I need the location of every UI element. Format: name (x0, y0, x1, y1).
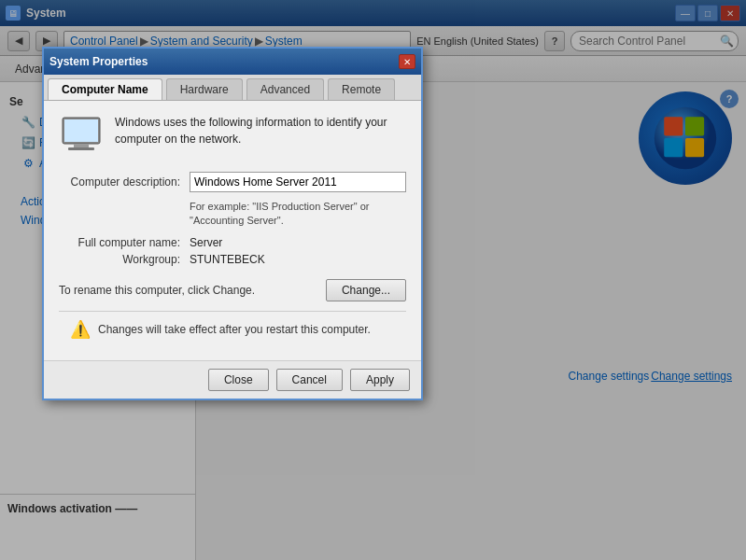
full-computer-name-row: Full computer name: Server (59, 236, 406, 249)
tab-computer-name[interactable]: Computer Name (48, 78, 162, 100)
workgroup-value: STUNTEBECK (190, 253, 265, 266)
full-computer-name-value: Server (190, 236, 222, 249)
cancel-button[interactable]: Cancel (276, 369, 343, 391)
dialog-close-button[interactable]: ✕ (399, 54, 415, 69)
dialog-intro-text: Windows uses the following information t… (115, 114, 406, 147)
dialog-warning: ⚠️ Changes will take effect after you re… (59, 311, 406, 347)
dialog-titlebar: System Properties ✕ (44, 49, 421, 75)
workgroup-row: Workgroup: STUNTEBECK (59, 253, 406, 266)
change-button[interactable]: Change... (326, 279, 406, 301)
computer-description-label: Computer description: (59, 175, 190, 189)
dialog-overlay: System Properties ✕ Computer Name Hardwa… (0, 0, 746, 560)
rename-text: To rename this computer, click Change. (59, 284, 326, 297)
tab-hardware[interactable]: Hardware (166, 78, 243, 100)
hint-line2: "Accounting Server". (190, 215, 284, 226)
svg-rect-6 (64, 119, 98, 142)
dialog-body: Windows uses the following information t… (44, 101, 421, 360)
workgroup-label: Workgroup: (59, 253, 190, 266)
rename-row: To rename this computer, click Change. C… (59, 279, 406, 301)
computer-description-input[interactable] (190, 172, 406, 192)
apply-button[interactable]: Apply (350, 369, 410, 391)
warning-icon: ⚠️ (70, 319, 91, 340)
close-button[interactable]: Close (208, 369, 269, 391)
computer-description-row: Computer description: (59, 172, 406, 192)
full-computer-name-label: Full computer name: (59, 236, 190, 249)
svg-rect-8 (68, 147, 94, 150)
tab-remote[interactable]: Remote (328, 78, 395, 100)
svg-rect-7 (74, 144, 89, 147)
dialog-tabs: Computer Name Hardware Advanced Remote (44, 75, 421, 101)
computer-description-hint: For example: "IIS Production Server" or … (190, 200, 406, 229)
computer-icon (59, 114, 104, 159)
dialog-intro: Windows uses the following information t… (59, 114, 406, 159)
dialog-title: System Properties (49, 55, 399, 68)
tab-advanced[interactable]: Advanced (246, 78, 324, 100)
dialog-footer: Close Cancel Apply (44, 360, 421, 399)
warning-text: Changes will take effect after you resta… (98, 323, 371, 336)
hint-line1: For example: "IIS Production Server" or (190, 201, 369, 212)
system-properties-dialog: System Properties ✕ Computer Name Hardwa… (42, 47, 423, 400)
